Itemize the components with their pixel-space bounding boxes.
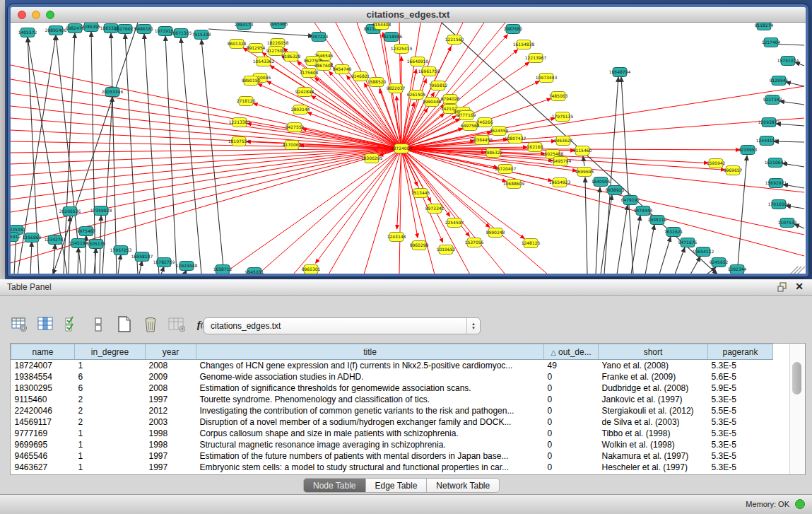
table-row[interactable]: 2242004622012Investigating the contribut… bbox=[11, 405, 773, 416]
table-cell[interactable]: 0 bbox=[544, 439, 599, 450]
table-cell[interactable]: 0 bbox=[544, 450, 599, 462]
table-cell[interactable]: 0 bbox=[544, 382, 599, 394]
table-cell[interactable]: 1 bbox=[75, 428, 146, 439]
row-select-icon[interactable] bbox=[64, 316, 81, 333]
table-cell[interactable]: 1 bbox=[75, 450, 146, 462]
table-cell[interactable]: Jankovic et al. (1997) bbox=[599, 394, 708, 405]
resize-grip[interactable] bbox=[789, 267, 805, 274]
table-cell[interactable]: Disruption of a novel member of a sodium… bbox=[196, 416, 544, 428]
network-window[interactable]: citations_edges.txt 14055722089140619824… bbox=[8, 4, 808, 276]
column-header-short[interactable]: short bbox=[599, 344, 708, 360]
table-cell[interactable]: 1 bbox=[75, 462, 146, 473]
table-cell[interactable]: 9777169 bbox=[11, 428, 75, 439]
table-cell[interactable]: 0 bbox=[544, 394, 599, 405]
column-header-pagerank[interactable]: pagerank bbox=[708, 344, 773, 360]
table-cell[interactable]: 5.3E-5 bbox=[708, 360, 773, 372]
row-height-icon[interactable] bbox=[90, 316, 107, 333]
table-row[interactable]: 1938455462009Genome-wide association stu… bbox=[11, 371, 773, 382]
table-row[interactable]: 911546021997Tourette syndrome. Phenomeno… bbox=[11, 394, 773, 405]
table-cell[interactable]: 2008 bbox=[146, 360, 196, 372]
table-cell[interactable]: 1997 bbox=[146, 462, 196, 473]
table-cell[interactable]: 0 bbox=[544, 371, 599, 382]
table-cell[interactable]: Estimation of the future numbers of pati… bbox=[196, 450, 544, 462]
scrollbar-thumb[interactable] bbox=[792, 362, 801, 395]
vertical-scrollbar[interactable] bbox=[789, 344, 805, 474]
table-selector-dropdown[interactable]: citations_edges.txt ▲▼ bbox=[204, 317, 481, 334]
table-cell[interactable]: Dudbridge et al. (2008) bbox=[599, 382, 708, 394]
table-cell[interactable]: 2003 bbox=[146, 416, 196, 428]
table-cell[interactable]: Hescheler et al. (1997) bbox=[599, 462, 708, 473]
table-cell[interactable]: 0 bbox=[544, 428, 599, 439]
table-row[interactable]: 1456911722003Disruption of a novel membe… bbox=[11, 416, 773, 428]
tab-node-table[interactable]: Node Table bbox=[303, 478, 366, 493]
table-cell[interactable]: 6 bbox=[75, 371, 146, 382]
table-cell[interactable]: 5.3E-5 bbox=[708, 416, 773, 428]
tab-edge-table[interactable]: Edge Table bbox=[366, 478, 428, 493]
table-cell[interactable]: 2 bbox=[75, 394, 146, 405]
table-cell[interactable]: Changes of HCN gene expression and I(f) … bbox=[196, 360, 544, 372]
network-canvas[interactable]: 1405572208914061982476228539510653287152… bbox=[11, 23, 806, 274]
table-cell[interactable]: 1997 bbox=[146, 394, 196, 405]
close-panel-icon[interactable]: ✕ bbox=[795, 281, 804, 292]
table-cell[interactable]: 1998 bbox=[146, 439, 196, 450]
float-window-icon[interactable] bbox=[777, 282, 788, 292]
table-cell[interactable]: 9115460 bbox=[11, 394, 75, 405]
table-cell[interactable]: 18300295 bbox=[11, 382, 75, 394]
table-cell[interactable]: 9465546 bbox=[11, 450, 75, 462]
table-cell[interactable]: Nakamura et al. (1997) bbox=[599, 450, 708, 462]
table-cell[interactable]: Wolkin et al. (1998) bbox=[599, 439, 708, 450]
table-cell[interactable]: Genome-wide association studies in ADHD. bbox=[196, 371, 544, 382]
table-cell[interactable]: Investigating the contribution of common… bbox=[196, 405, 544, 416]
table-cell[interactable]: Yano et al. (2008) bbox=[599, 360, 708, 372]
table-cell[interactable]: 1997 bbox=[146, 450, 196, 462]
table-cell[interactable]: 1998 bbox=[146, 428, 196, 439]
table-cell[interactable]: Estimation of significance thresholds fo… bbox=[196, 382, 544, 394]
table-cell[interactable]: 6 bbox=[75, 382, 146, 394]
table-cell[interactable]: 2012 bbox=[146, 405, 196, 416]
table-cell[interactable]: Structural magnetic resonance image aver… bbox=[196, 439, 544, 450]
table-cell[interactable]: 5.6E-5 bbox=[708, 371, 773, 382]
table-cell[interactable]: 19384554 bbox=[11, 371, 75, 382]
column-header-out_de[interactable]: △out_de... bbox=[544, 344, 599, 360]
memory-ok-icon[interactable] bbox=[795, 499, 805, 509]
table-cell[interactable]: 49 bbox=[544, 360, 599, 372]
table-cell[interactable]: Franke et al. (2009) bbox=[599, 371, 708, 382]
table-row[interactable]: 977716911998Corpus callosum shape and si… bbox=[11, 428, 773, 439]
table-row[interactable]: 1872400712008Changes of HCN gene express… bbox=[11, 360, 773, 372]
table-cell[interactable]: 1 bbox=[75, 360, 146, 372]
column-select-icon[interactable] bbox=[37, 316, 54, 333]
column-header-year[interactable]: year bbox=[146, 344, 196, 360]
table-cell[interactable]: 5.3E-5 bbox=[708, 394, 773, 405]
table-row[interactable]: 946554611997Estimation of the future num… bbox=[11, 450, 773, 462]
new-table-icon[interactable] bbox=[116, 316, 133, 333]
column-header-in_degree[interactable]: in_degree bbox=[75, 344, 146, 360]
table-cell[interactable]: 2009 bbox=[146, 371, 196, 382]
table-cell[interactable]: 5.3E-5 bbox=[708, 439, 773, 450]
table-cell[interactable]: 0 bbox=[544, 462, 599, 473]
table-cell[interactable]: Tibbo et al. (1998) bbox=[599, 428, 708, 439]
table-cell[interactable]: 2 bbox=[75, 405, 146, 416]
table-cell[interactable]: de Silva et al. (2003) bbox=[599, 416, 708, 428]
table-cell[interactable]: 9463627 bbox=[11, 462, 75, 473]
table-cell[interactable]: 0 bbox=[544, 416, 599, 428]
table-cell[interactable]: 0 bbox=[544, 405, 599, 416]
table-cell[interactable]: 5.3E-5 bbox=[708, 428, 773, 439]
table-cell[interactable]: 2 bbox=[75, 416, 146, 428]
table-cell[interactable]: 2008 bbox=[146, 382, 196, 394]
table-cell[interactable]: Tourette syndrome. Phenomenology and cla… bbox=[196, 394, 544, 405]
column-header-name[interactable]: name bbox=[11, 344, 75, 360]
table-cell[interactable]: 14569117 bbox=[11, 416, 75, 428]
table-row[interactable]: 1830029562008Estimation of significance … bbox=[11, 382, 773, 394]
table-cell[interactable]: 5.5E-5 bbox=[708, 405, 773, 416]
table-cell[interactable]: 5.3E-5 bbox=[708, 462, 773, 473]
table-cell[interactable]: Embryonic stem cells: a model to study s… bbox=[196, 462, 544, 473]
table-cell[interactable]: 9699695 bbox=[11, 439, 75, 450]
table-row[interactable]: 969969511998Structural magnetic resonanc… bbox=[11, 439, 773, 450]
table-cell[interactable]: Corpus callosum shape and size in male p… bbox=[196, 428, 544, 439]
tab-network-table[interactable]: Network Table bbox=[427, 478, 500, 493]
table-cell[interactable]: 1 bbox=[75, 439, 146, 450]
table-cell[interactable]: 18724007 bbox=[11, 360, 75, 372]
table-cell[interactable]: 22420046 bbox=[11, 405, 75, 416]
table-cell[interactable]: Stergiakouli et al. (2012) bbox=[599, 405, 708, 416]
table-cell[interactable]: 5.3E-5 bbox=[708, 450, 773, 462]
